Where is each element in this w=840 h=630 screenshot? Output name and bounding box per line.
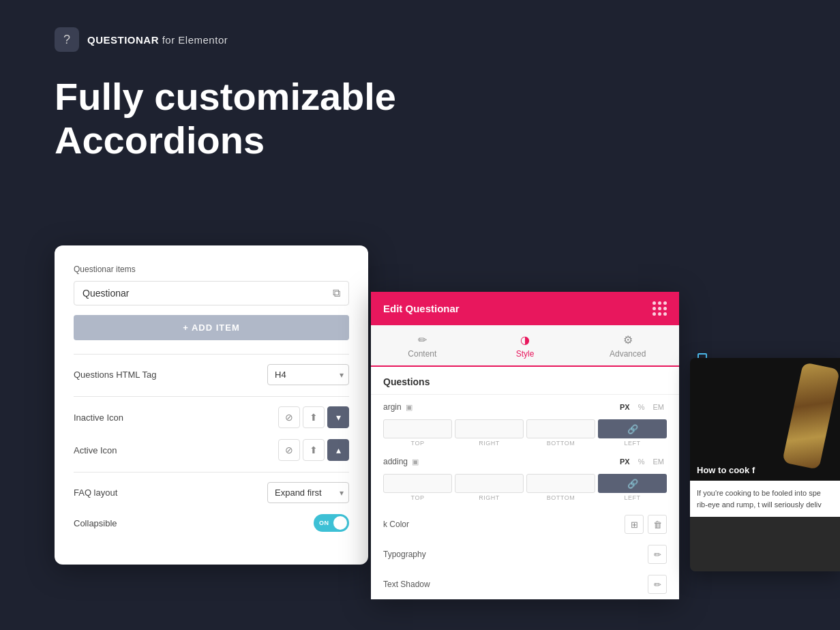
- padding-top-col: TOP: [383, 474, 452, 501]
- preview-card-overlay-text: How to cook f: [690, 460, 840, 481]
- padding-row: adding ▣ PX % EM: [371, 449, 679, 474]
- back-color-label: k Color: [383, 520, 409, 529]
- padding-right-col: RIGHT: [455, 474, 524, 501]
- inactive-icon-label: Inactive Icon: [74, 412, 278, 423]
- margin-top-col: TOP: [383, 419, 452, 447]
- margin-link-btn[interactable]: 🔗: [598, 419, 667, 438]
- padding-right-input[interactable]: [455, 474, 524, 493]
- typography-label: Typography: [383, 550, 426, 559]
- items-label: Questionar items: [74, 265, 349, 274]
- grid-dot: [663, 307, 667, 310]
- active-icon-chevron-btn[interactable]: ▴: [327, 439, 349, 461]
- questions-html-tag-label: Questions HTML Tag: [74, 370, 267, 380]
- padding-top-input[interactable]: [383, 474, 452, 493]
- text-shadow-edit-btn[interactable]: ✏: [648, 575, 667, 594]
- inactive-icon-controls: ⊘ ⬆ ▾: [278, 406, 349, 428]
- advanced-icon: ⚙: [623, 333, 633, 346]
- brand-icon: ?: [55, 27, 79, 52]
- preview-card-body: If you're cooking to be fooled into spe …: [690, 481, 840, 517]
- grid-dot: [658, 312, 661, 316]
- questions-section-header: Questions: [371, 367, 679, 395]
- grid-dot: [663, 312, 667, 316]
- padding-link-btn[interactable]: 🔗: [598, 474, 667, 493]
- padding-unit-em[interactable]: EM: [650, 456, 668, 467]
- inactive-icon-row: Inactive Icon ⊘ ⬆ ▾: [74, 406, 349, 428]
- margin-label: argin ▣: [383, 402, 412, 412]
- margin-right-input[interactable]: [455, 419, 524, 438]
- grid-dot: [652, 312, 656, 316]
- padding-label: adding ▣: [383, 457, 419, 466]
- divider: [74, 354, 349, 355]
- padding-bottom-input[interactable]: [526, 474, 595, 493]
- toggle-thumb: [333, 516, 347, 530]
- questions-html-tag-control: H4: [267, 364, 349, 385]
- add-item-button[interactable]: + ADD ITEM: [74, 315, 349, 340]
- text-shadow-label: Text Shadow: [383, 580, 430, 589]
- margin-link-col: 🔗 LEFT: [598, 419, 667, 447]
- edit-panel-title: Edit Questionar: [383, 303, 460, 314]
- collapsible-row: Collapsible ON: [74, 514, 349, 532]
- back-color-icons: ⊞ 🗑: [625, 515, 667, 534]
- margin-top-input[interactable]: [383, 419, 452, 438]
- brand-name: QUESTIONAR for Elementor: [87, 34, 228, 46]
- active-icon-row: Active Icon ⊘ ⬆ ▴: [74, 439, 349, 461]
- typography-row: Typography ✏: [371, 539, 679, 569]
- item-name: Questionar: [82, 288, 333, 299]
- padding-unit-percent[interactable]: %: [635, 456, 648, 467]
- back-color-grid-btn[interactable]: ⊞: [625, 515, 644, 534]
- questions-html-tag-select[interactable]: H4: [267, 364, 349, 385]
- style-icon: ◑: [520, 333, 530, 346]
- inactive-icon-chevron-btn[interactable]: ▾: [327, 406, 349, 428]
- content-icon: ✏: [418, 333, 427, 346]
- inactive-icon-no-btn[interactable]: ⊘: [278, 406, 300, 428]
- tab-style[interactable]: ◑ Style: [474, 325, 577, 367]
- unit-em[interactable]: EM: [650, 402, 668, 412]
- tabs-row: ✏ Content ◑ Style ⚙ Advanced: [371, 325, 679, 367]
- questionar-panel: Questionar items Questionar ⧉ + ADD ITEM…: [55, 245, 368, 565]
- faq-layout-row: FAQ layout Expand first All collapsed: [74, 482, 349, 503]
- faq-layout-label: FAQ layout: [74, 487, 267, 498]
- back-color-delete-btn[interactable]: 🗑: [648, 515, 667, 534]
- unit-px[interactable]: PX: [617, 402, 633, 412]
- margin-row: argin ▣ PX % EM: [371, 395, 679, 419]
- tab-advanced[interactable]: ⚙ Advanced: [576, 325, 679, 365]
- active-icon-controls: ⊘ ⬆ ▴: [278, 439, 349, 461]
- unit-percent[interactable]: %: [635, 402, 648, 412]
- collapsible-label: Collapsible: [74, 518, 314, 528]
- margin-right-col: RIGHT: [455, 419, 524, 447]
- active-icon-no-btn[interactable]: ⊘: [278, 439, 300, 461]
- padding-unit-px[interactable]: PX: [617, 456, 633, 467]
- preview-card-bottom: [690, 517, 840, 571]
- padding-icon: ▣: [412, 457, 419, 466]
- active-icon-label: Active Icon: [74, 445, 278, 455]
- divider3: [74, 472, 349, 472]
- edit-panel-header: Edit Questionar: [371, 292, 679, 325]
- margin-bottom-col: BOTTOM: [526, 419, 595, 447]
- padding-bottom-col: BOTTOM: [526, 474, 595, 501]
- grid-dot: [658, 307, 661, 310]
- faq-layout-select-wrapper[interactable]: Expand first All collapsed: [267, 482, 349, 503]
- questions-html-tag-select-wrapper[interactable]: H4: [267, 364, 349, 385]
- active-icon-upload-btn[interactable]: ⬆: [303, 439, 325, 461]
- padding-link-col: 🔗 LEFT: [598, 474, 667, 501]
- brand-bar: ? QUESTIONAR for Elementor: [55, 27, 228, 52]
- typography-edit-btn[interactable]: ✏: [648, 545, 667, 564]
- collapsible-toggle[interactable]: ON: [314, 514, 349, 532]
- faq-layout-select[interactable]: Expand first All collapsed: [267, 482, 349, 503]
- padding-unit-tabs: PX % EM: [617, 456, 667, 467]
- grid-dot: [663, 301, 667, 305]
- grid-dot: [652, 301, 656, 305]
- padding-inputs: TOP RIGHT BOTTOM 🔗 LEFT: [371, 474, 679, 504]
- margin-bottom-input[interactable]: [526, 419, 595, 438]
- grid-dot: [658, 301, 661, 305]
- preview-card: How to cook f If you're cooking to be fo…: [690, 358, 840, 571]
- grid-dot: [652, 307, 656, 310]
- grid-icon[interactable]: [652, 301, 667, 316]
- inactive-icon-upload-btn[interactable]: ⬆: [303, 406, 325, 428]
- margin-icon: ▣: [406, 403, 412, 412]
- copy-icon[interactable]: ⧉: [333, 287, 340, 299]
- questions-html-tag-row: Questions HTML Tag H4: [74, 364, 349, 385]
- divider2: [74, 396, 349, 397]
- back-color-row: k Color ⊞ 🗑: [371, 509, 679, 539]
- tab-content[interactable]: ✏ Content: [371, 325, 474, 365]
